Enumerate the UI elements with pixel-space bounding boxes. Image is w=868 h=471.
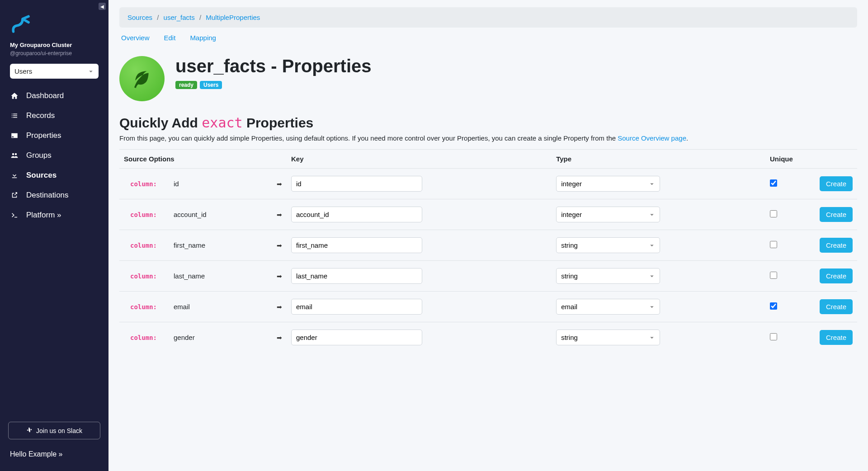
nav-list: DashboardRecordsPropertiesGroupsSourcesD… [0, 86, 108, 225]
arrow-right-icon: ➡ [277, 180, 282, 188]
section-title: Quickly Add exact Properties [119, 115, 857, 131]
column-name: last_name [174, 272, 205, 280]
col-header-source-options: Source Options [119, 150, 287, 169]
create-button[interactable]: Create [820, 176, 853, 191]
type-select[interactable]: string [556, 268, 660, 284]
unique-checkbox[interactable] [770, 210, 777, 217]
column-label: column: [124, 211, 157, 218]
column-name: email [174, 303, 190, 311]
key-input[interactable] [291, 237, 422, 253]
arrow-right-icon: ➡ [277, 334, 282, 341]
create-button[interactable]: Create [820, 238, 853, 253]
user-greeting[interactable]: Hello Example » [8, 450, 100, 458]
table-row: column:last_name➡stringCreate [119, 261, 857, 292]
column-label: column: [124, 303, 157, 311]
key-input[interactable] [291, 268, 422, 284]
cluster-name: My Grouparoo Cluster [10, 42, 99, 48]
breadcrumb-sources[interactable]: Sources [127, 14, 152, 21]
sidebar-collapse-button[interactable]: ◀ [99, 3, 106, 10]
type-select[interactable]: integer [556, 207, 660, 222]
sidebar-item-groups[interactable]: Groups [0, 146, 108, 165]
properties-table: Source Options Key Type Unique column:id… [119, 149, 857, 353]
page-header: user_facts - Properties ready Users [119, 56, 857, 101]
download-icon [10, 171, 19, 179]
create-button[interactable]: Create [820, 299, 853, 314]
logo [0, 5, 108, 42]
sidebar-item-label: Properties [26, 131, 61, 140]
type-select[interactable]: string [556, 330, 660, 345]
tab-mapping[interactable]: Mapping [190, 34, 216, 42]
sidebar-item-label: Groups [26, 151, 52, 160]
sidebar-item-dashboard[interactable]: Dashboard [0, 86, 108, 106]
arrow-right-icon: ➡ [277, 303, 282, 311]
table-row: column:email➡emailCreate [119, 292, 857, 322]
key-input[interactable] [291, 299, 422, 315]
key-input[interactable] [291, 207, 422, 222]
sidebar-item-label: Records [26, 111, 55, 120]
source-overview-link[interactable]: Source Overview page [618, 134, 686, 142]
table-row: column:id➡integerCreate [119, 169, 857, 199]
type-select[interactable]: integer [556, 176, 660, 192]
type-select[interactable]: email [556, 299, 660, 315]
breadcrumb-source-name[interactable]: user_facts [164, 14, 195, 21]
home-icon [10, 92, 19, 100]
grouparoo-logo-icon [10, 14, 35, 35]
unique-checkbox[interactable] [770, 302, 777, 310]
column-label: column: [124, 334, 157, 341]
unique-checkbox[interactable] [770, 179, 777, 187]
key-input[interactable] [291, 330, 422, 345]
terminal-icon [10, 211, 19, 219]
breadcrumb-separator: / [199, 14, 201, 21]
key-input[interactable] [291, 176, 422, 192]
join-slack-label: Join us on Slack [36, 427, 82, 434]
unique-checkbox[interactable] [770, 272, 777, 279]
breadcrumb: Sources / user_facts / MultiplePropertie… [119, 7, 857, 28]
column-label: column: [124, 242, 157, 249]
list-icon [10, 112, 19, 120]
upload-icon [10, 191, 19, 199]
sidebar-item-platform-[interactable]: Platform » [0, 205, 108, 225]
unique-checkbox[interactable] [770, 333, 777, 340]
table-row: column:account_id➡integerCreate [119, 199, 857, 230]
type-select[interactable]: string [556, 237, 660, 253]
table-row: column:first_name➡stringCreate [119, 230, 857, 261]
sidebar-item-label: Platform » [26, 211, 61, 220]
source-icon [119, 56, 165, 101]
column-name: first_name [174, 241, 205, 249]
cluster-package: @grouparoo/ui-enterprise [10, 50, 99, 57]
tab-edit[interactable]: Edit [164, 34, 176, 42]
sidebar-item-label: Destinations [26, 191, 69, 200]
arrow-right-icon: ➡ [277, 242, 282, 249]
main-content: Sources / user_facts / MultiplePropertie… [108, 0, 868, 471]
col-header-unique: Unique [765, 150, 815, 169]
sidebar-item-properties[interactable]: Properties [0, 126, 108, 146]
col-header-type: Type [552, 150, 765, 169]
column-label: column: [124, 180, 157, 188]
arrow-right-icon: ➡ [277, 273, 282, 280]
status-badge: ready [175, 81, 197, 89]
cluster-info: My Grouparoo Cluster @grouparoo/ui-enter… [0, 42, 108, 64]
column-name: account_id [174, 211, 207, 218]
sidebar-item-label: Dashboard [26, 91, 64, 100]
page-title: user_facts - Properties [175, 56, 372, 76]
leaf-icon [131, 67, 153, 90]
sidebar: ◀ My Grouparoo Cluster @grouparoo/ui-ent… [0, 0, 108, 471]
breadcrumb-current[interactable]: MultipleProperties [206, 14, 260, 21]
col-header-key: Key [287, 150, 552, 169]
model-badge: Users [200, 81, 222, 89]
create-button[interactable]: Create [820, 330, 853, 345]
join-slack-button[interactable]: Join us on Slack [8, 422, 100, 439]
tabs: Overview Edit Mapping [119, 34, 857, 48]
create-button[interactable]: Create [820, 268, 853, 283]
sidebar-item-records[interactable]: Records [0, 106, 108, 126]
create-button[interactable]: Create [820, 207, 853, 222]
sidebar-item-sources[interactable]: Sources [0, 165, 108, 185]
arrow-right-icon: ➡ [277, 211, 282, 218]
unique-checkbox[interactable] [770, 241, 777, 248]
sidebar-item-destinations[interactable]: Destinations [0, 185, 108, 205]
users-icon [10, 151, 19, 160]
column-name: gender [174, 334, 195, 341]
tab-overview[interactable]: Overview [121, 34, 150, 42]
slack-icon [26, 427, 33, 434]
model-select[interactable]: Users [10, 64, 99, 79]
